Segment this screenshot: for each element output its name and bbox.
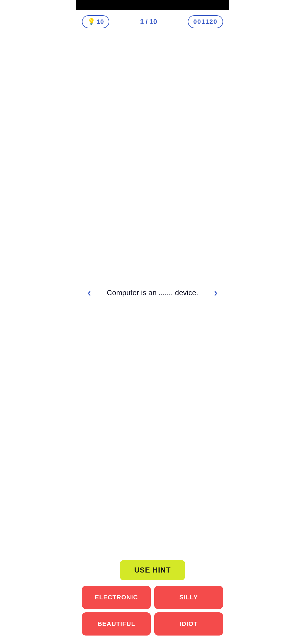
next-arrow[interactable]: ›: [211, 284, 220, 302]
question-text: Computer is an ....... device.: [99, 288, 206, 298]
question-row: ‹ Computer is an ....... device. ›: [82, 284, 223, 302]
bulb-icon: 💡: [88, 18, 95, 25]
question-area: ‹ Computer is an ....... device. ›: [76, 31, 229, 554]
use-hint-button[interactable]: USE HINT: [120, 560, 185, 580]
answer-button-3[interactable]: IDIOT: [154, 612, 223, 636]
answer-button-2[interactable]: BEAUTIFUL: [82, 612, 151, 636]
score-badge: 001120: [188, 15, 223, 28]
progress-text: 1 / 10: [140, 18, 157, 26]
answer-button-1[interactable]: SILLY: [154, 586, 223, 609]
answers-grid: ELECTRONIC SILLY BEAUTIFUL IDIOT: [76, 583, 229, 644]
answer-button-0[interactable]: ELECTRONIC: [82, 586, 151, 609]
hints-badge: 💡 10: [82, 15, 109, 28]
prev-arrow[interactable]: ‹: [85, 284, 94, 302]
top-bar: 💡 10 1 / 10 001120: [76, 10, 229, 31]
status-bar: [76, 0, 229, 10]
hints-count: 10: [97, 18, 104, 25]
hint-section: USE HINT: [76, 554, 229, 583]
